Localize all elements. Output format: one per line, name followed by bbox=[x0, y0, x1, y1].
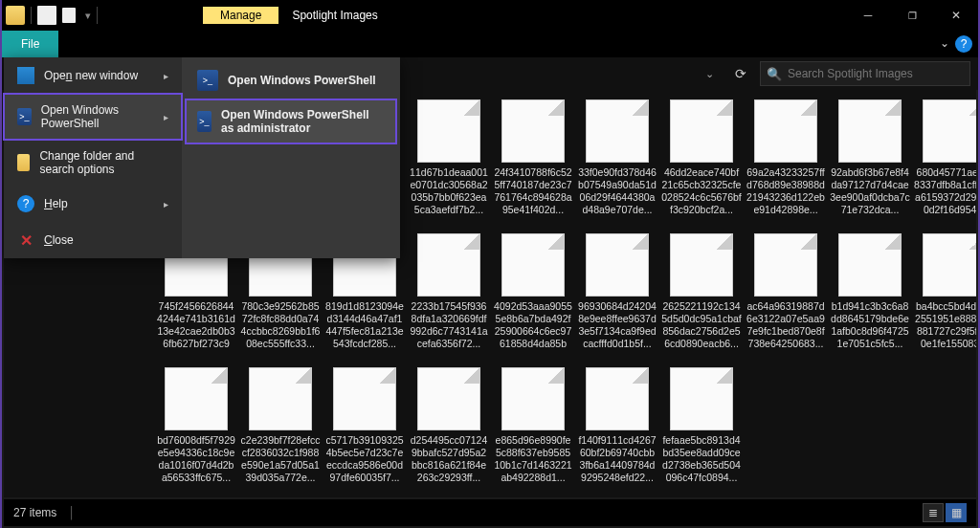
file-name: 46dd2eace740bf21c65cb32325cfe028524c6c56… bbox=[661, 166, 742, 216]
file-name: bd76008df5f7929e5e94336c18c9eda1016f07d4… bbox=[156, 434, 236, 484]
menu-item-label: Change folder and search options bbox=[39, 149, 168, 176]
file-icon bbox=[417, 233, 480, 297]
file-item[interactable]: 96930684d242048e9ee8ffee9637d3e5f7134ca9… bbox=[576, 230, 658, 363]
file-item[interactable]: e865d96e8990fe5c88f637eb958510b1c7d14632… bbox=[492, 363, 574, 497]
file-name: 92abd6f3b67e8f4da97127d7d4cae3ee900af0dc… bbox=[830, 166, 910, 216]
details-view-button[interactable]: ≣ bbox=[923, 503, 944, 522]
file-name: d254495cc071249bbafc527d95a2bbc816a621f8… bbox=[409, 434, 489, 484]
file-item[interactable]: c2e239bf7f28efcccf2836032c1f988e590e1a57… bbox=[239, 363, 322, 497]
maximize-button[interactable]: ❐ bbox=[890, 0, 934, 31]
file-submenu-item[interactable]: >_Open Windows PowerShell as administrat… bbox=[186, 99, 396, 143]
address-dropdown-icon[interactable]: ⌄ bbox=[698, 64, 722, 84]
file-menu-item[interactable]: ✕Close bbox=[4, 222, 182, 258]
file-item[interactable]: 11d67b1deaa001e0701dc30568a2035b7bb0f623… bbox=[408, 96, 490, 230]
powershell-icon: >_ bbox=[197, 111, 212, 132]
help-icon: ? bbox=[17, 195, 34, 212]
search-box[interactable]: 🔍 bbox=[760, 61, 970, 86]
file-menu-item[interactable]: >_Open Windows PowerShell▸ bbox=[4, 94, 182, 140]
file-name: 2625221192c1345d5d0dc95a1cbaf856dac2756d… bbox=[661, 300, 742, 350]
file-icon bbox=[838, 99, 902, 163]
file-item[interactable]: ba4bcc5bd4db2c2551951e888253881727c29f5f… bbox=[913, 230, 976, 363]
file-name: 24f3410788f6c525ff740187de23c7761764c894… bbox=[493, 166, 573, 216]
file-menu-column-2: >_Open Windows PowerShell>_Open Windows … bbox=[182, 57, 400, 258]
file-icon bbox=[417, 367, 480, 430]
file-icon bbox=[586, 99, 649, 163]
separator bbox=[31, 7, 32, 24]
file-name: c5717b391093254b5ec5e7d23c7eeccdca9586e0… bbox=[324, 434, 405, 484]
close-button[interactable]: ✕ bbox=[934, 0, 978, 31]
file-icon bbox=[670, 367, 733, 430]
file-item[interactable]: d254495cc071249bbafc527d95a2bbc816a621f8… bbox=[408, 363, 490, 497]
file-item[interactable]: 4092d53aaa90555e8b6a7bda492f25900664c6ec… bbox=[492, 230, 574, 363]
file-item[interactable]: 33f0e90fd378d46b07549a90da51d06d29f46443… bbox=[576, 96, 658, 230]
folder-icon bbox=[17, 154, 30, 171]
win-icon bbox=[17, 67, 34, 84]
separator bbox=[97, 7, 98, 24]
file-name: fefaae5bc8913d4bd35ee8add09ced2738eb365d… bbox=[661, 434, 742, 484]
file-item[interactable]: bd76008df5f7929e5e94336c18c9eda1016f07d4… bbox=[155, 363, 237, 497]
file-item[interactable]: b1d941c3b3c6a8dd8645179bde6e1afb0c8d96f4… bbox=[829, 230, 911, 363]
refresh-icon[interactable]: ⟳ bbox=[729, 63, 752, 84]
submenu-item-label: Open Windows PowerShell bbox=[228, 74, 376, 87]
file-item[interactable]: 2233b17545f9368dfa1a320669fdf992d6c77431… bbox=[408, 230, 490, 363]
ribbon-collapse-icon[interactable]: ⌄ bbox=[940, 36, 949, 50]
file-item[interactable]: 46dd2eace740bf21c65cb32325cfe028524c6c56… bbox=[660, 96, 743, 230]
item-count: 27 items bbox=[13, 506, 56, 519]
file-item[interactable]: 69a2a43233257ffd768d89e38988d21943236d12… bbox=[745, 96, 827, 230]
file-icon bbox=[838, 233, 902, 297]
view-toggle: ≣ ▦ bbox=[923, 503, 967, 522]
chevron-right-icon: ▸ bbox=[164, 112, 168, 122]
qat-overflow[interactable]: ▾ bbox=[81, 10, 91, 22]
file-name: 69a2a43233257ffd768d89e38988d21943236d12… bbox=[746, 166, 826, 216]
folder-icon bbox=[6, 6, 25, 25]
file-icon bbox=[586, 233, 649, 297]
file-name: 96930684d242048e9ee8ffee9637d3e5f7134ca9… bbox=[577, 300, 657, 350]
file-name: c2e239bf7f28efcccf2836032c1f988e590e1a57… bbox=[240, 434, 321, 484]
file-submenu-item[interactable]: >_Open Windows PowerShell bbox=[186, 61, 396, 99]
file-item[interactable]: 680d45771aefae8337dfb8a1cff07ba6159372d2… bbox=[913, 96, 976, 230]
file-icon bbox=[670, 233, 733, 297]
file-icon bbox=[586, 367, 649, 430]
file-icon bbox=[923, 99, 976, 163]
file-icon bbox=[923, 233, 976, 297]
ps-icon: >_ bbox=[17, 108, 32, 125]
file-name: 4092d53aaa90555e8b6a7bda492f25900664c6ec… bbox=[493, 300, 573, 350]
file-icon bbox=[501, 367, 565, 430]
file-item[interactable]: c5717b391093254b5ec5e7d23c7eeccdca9586e0… bbox=[323, 363, 406, 497]
powershell-icon: >_ bbox=[197, 70, 218, 91]
file-menu: Open new window▸>_Open Windows PowerShel… bbox=[4, 57, 400, 258]
menu-item-label: Open Windows PowerShell bbox=[41, 103, 154, 130]
file-item[interactable]: fefaae5bc8913d4bd35ee8add09ced2738eb365d… bbox=[660, 363, 743, 497]
file-icon bbox=[333, 367, 396, 430]
file-name: 680d45771aefae8337dfb8a1cff07ba6159372d2… bbox=[914, 166, 976, 216]
file-name: ac64a96319887d6e3122a07e5aa97e9fc1bed870… bbox=[746, 300, 826, 350]
help-icon[interactable]: ? bbox=[955, 35, 972, 53]
icons-view-button[interactable]: ▦ bbox=[946, 503, 967, 522]
file-name: 780c3e92562b8572fc8fc88dd0a744ccbbc8269b… bbox=[240, 300, 321, 350]
tab-spotlight-images: Spotlight Images bbox=[278, 7, 390, 24]
file-menu-item[interactable]: ?Help▸ bbox=[4, 186, 182, 222]
file-item[interactable]: 92abd6f3b67e8f4da97127d7d4cae3ee900af0dc… bbox=[829, 96, 911, 230]
tab-manage[interactable]: Manage bbox=[203, 7, 278, 24]
menu-item-label: Help bbox=[44, 197, 68, 210]
file-item[interactable]: f140f9111cd426760bf2b69740cbb3fb6a144097… bbox=[576, 363, 658, 497]
file-name: e865d96e8990fe5c88f637eb958510b1c7d14632… bbox=[493, 434, 573, 484]
file-icon bbox=[165, 367, 228, 430]
minimize-button[interactable]: ─ bbox=[846, 0, 890, 31]
file-item[interactable]: 2625221192c1345d5d0dc95a1cbaf856dac2756d… bbox=[660, 230, 743, 363]
file-name: f140f9111cd426760bf2b69740cbb3fb6a144097… bbox=[577, 434, 657, 484]
window-controls: ─ ❐ ✕ bbox=[846, 0, 978, 31]
file-tab[interactable]: File bbox=[2, 31, 58, 57]
file-icon bbox=[754, 99, 817, 163]
file-name: 819d1d8123094ed3144d46a47af1447f5fec81a2… bbox=[324, 300, 405, 350]
file-name: 745f24566268444244e741b3161d13e42cae2db0… bbox=[156, 300, 236, 350]
file-item[interactable]: ac64a96319887d6e3122a07e5aa97e9fc1bed870… bbox=[745, 230, 827, 363]
file-item[interactable]: 24f3410788f6c525ff740187de23c7761764c894… bbox=[492, 96, 574, 230]
document-icon bbox=[62, 8, 76, 23]
search-input[interactable] bbox=[788, 67, 964, 80]
document-icon bbox=[37, 6, 56, 25]
file-menu-item[interactable]: Change folder and search options bbox=[4, 140, 182, 186]
file-icon bbox=[670, 99, 733, 163]
chevron-right-icon: ▸ bbox=[164, 199, 168, 209]
file-menu-item[interactable]: Open new window▸ bbox=[4, 57, 182, 94]
